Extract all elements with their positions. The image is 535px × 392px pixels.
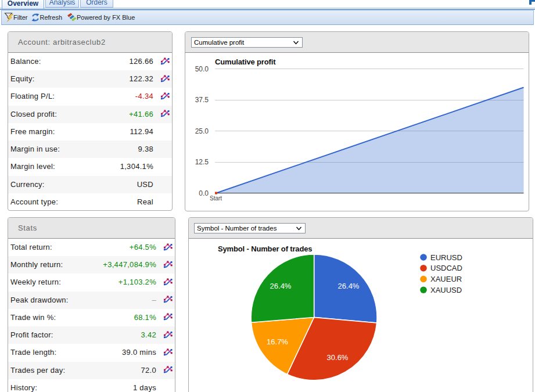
svg-text:EURUSD: EURUSD (430, 253, 462, 262)
svg-text:XAUEUR: XAUEUR (430, 275, 462, 283)
svg-text:XAUUSD: XAUUSD (430, 286, 462, 294)
svg-text:26.4%: 26.4% (338, 282, 360, 290)
svg-text:USDCAD: USDCAD (430, 264, 462, 272)
svg-text:16.7%: 16.7% (267, 337, 288, 346)
svg-text:26.4%: 26.4% (270, 282, 292, 290)
svg-text:30.6%: 30.6% (327, 353, 349, 362)
